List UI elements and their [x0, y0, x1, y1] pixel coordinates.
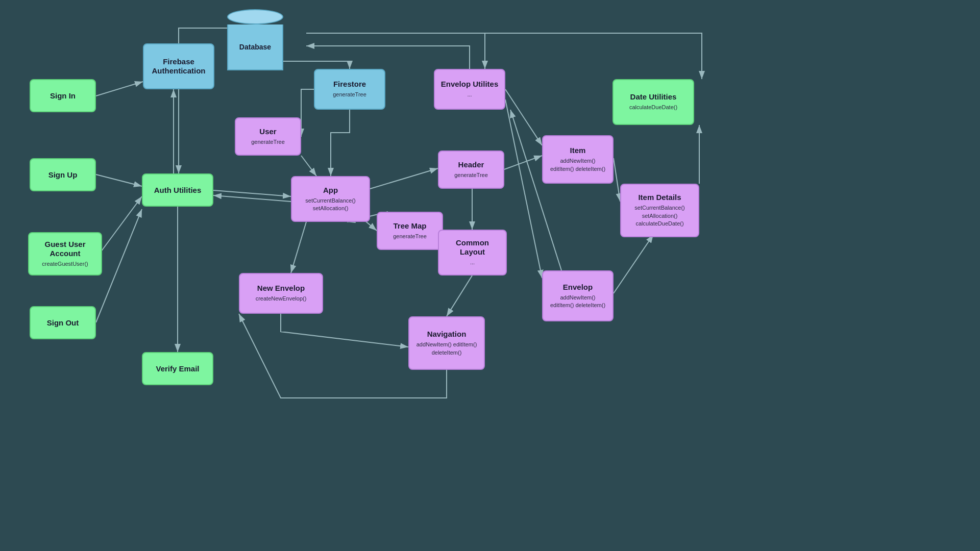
- user-node: User generateTree: [235, 117, 301, 156]
- sign-up-node: Sign Up: [30, 158, 96, 191]
- db-top: [227, 9, 283, 24]
- item-subtitle: addNewItem() editItem() deleteItem(): [548, 157, 607, 173]
- sign-out-node: Sign Out: [30, 306, 96, 339]
- date-utils-subtitle: calculateDueDate(): [629, 104, 677, 111]
- app-title: App: [323, 186, 338, 195]
- verify-email-title: Verify Email: [156, 364, 199, 373]
- tree-map-subtitle: generateTree: [393, 233, 427, 240]
- app-node: App setCurrentBalance() setAllocation(): [291, 176, 370, 222]
- date-utils-node: Date Utilities calculateDueDate(): [612, 79, 694, 125]
- common-layout-subtitle: ...: [470, 259, 475, 266]
- envelop-utils-node: Envelop Utilites ...: [434, 69, 505, 110]
- new-envelop-subtitle: createNewEnvelop(): [256, 295, 307, 303]
- auth-utils-title: Auth Utilities: [154, 186, 202, 195]
- header-title: Header: [458, 160, 484, 169]
- header-node: Header generateTree: [438, 151, 504, 189]
- navigation-title: Navigation: [427, 330, 467, 339]
- guest-user-subtitle: createGuestUser(): [42, 260, 88, 268]
- envelop-utils-subtitle: ...: [467, 91, 472, 98]
- sign-up-title: Sign Up: [48, 170, 78, 180]
- sign-out-title: Sign Out: [47, 318, 79, 328]
- tree-map-title: Tree Map: [393, 221, 426, 231]
- envelop-subtitle: addNewItem() editItem() deleteItem(): [548, 294, 607, 310]
- firebase-auth-node: Firebase Authentication: [143, 43, 214, 89]
- common-layout-title: Common Layout: [444, 238, 501, 257]
- user-subtitle: generateTree: [251, 138, 285, 146]
- item-details-title: Item Details: [638, 193, 681, 202]
- guest-user-node: Guest User Account createGuestUser(): [28, 232, 102, 276]
- date-utils-title: Date Utilities: [630, 92, 677, 102]
- envelop-utils-title: Envelop Utilites: [441, 80, 499, 89]
- common-layout-node: Common Layout ...: [438, 230, 507, 276]
- item-title: Item: [570, 146, 586, 155]
- user-title: User: [259, 127, 276, 136]
- app-subtitle: setCurrentBalance() setAllocation(): [297, 197, 364, 213]
- diagram-container: Database Firebase Authentication Firesto…: [0, 0, 980, 551]
- envelop-node: Envelop addNewItem() editItem() deleteIt…: [542, 270, 614, 321]
- header-subtitle: generateTree: [454, 171, 488, 179]
- navigation-node: Navigation addNewItem() editItem() delet…: [408, 316, 485, 370]
- envelop-title: Envelop: [563, 283, 593, 292]
- item-details-node: Item Details setCurrentBalance() setAllo…: [620, 184, 699, 237]
- database-node: Database: [225, 9, 286, 70]
- firestore-title: Firestore: [333, 80, 366, 89]
- firestore-node: Firestore generateTree: [314, 69, 385, 110]
- item-details-subtitle: setCurrentBalance() setAllocation() calc…: [626, 204, 693, 228]
- db-body: Database: [227, 24, 283, 70]
- guest-user-title: Guest User Account: [34, 240, 96, 258]
- verify-email-node: Verify Email: [142, 352, 213, 385]
- new-envelop-node: New Envelop createNewEnvelop(): [239, 273, 323, 314]
- sign-in-title: Sign In: [50, 91, 76, 101]
- tree-map-node: Tree Map generateTree: [377, 212, 443, 250]
- sign-in-node: Sign In: [30, 79, 96, 112]
- firestore-subtitle: generateTree: [333, 91, 366, 98]
- firebase-title: Firebase Authentication: [149, 57, 208, 76]
- auth-utils-node: Auth Utilities: [142, 173, 213, 207]
- new-envelop-title: New Envelop: [257, 284, 305, 293]
- item-node: Item addNewItem() editItem() deleteItem(…: [542, 135, 614, 184]
- navigation-subtitle: addNewItem() editItem() deleteItem(): [414, 341, 479, 357]
- database-label: Database: [239, 43, 271, 51]
